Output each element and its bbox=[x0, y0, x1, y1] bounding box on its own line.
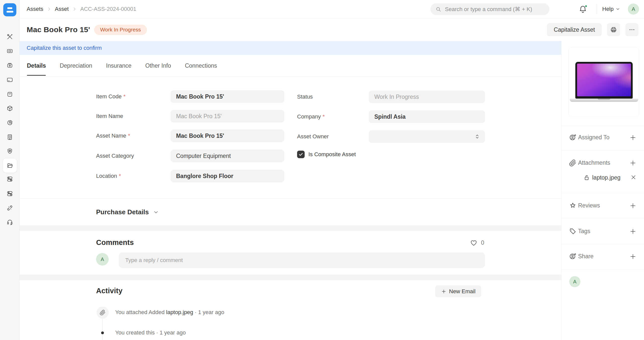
breadcrumb: Assets Asset ACC-ASS-2024-00001 bbox=[27, 0, 136, 18]
purchase-details-title: Purchase Details bbox=[96, 208, 149, 216]
integrations-icon[interactable] bbox=[3, 201, 17, 215]
is-composite-asset-checkbox[interactable] bbox=[297, 151, 305, 158]
unlock-icon[interactable] bbox=[583, 174, 590, 181]
heart-icon bbox=[470, 239, 477, 246]
asset-name-label: Asset Name* bbox=[96, 130, 130, 142]
required-marker: * bbox=[323, 113, 325, 120]
add-assignment-button[interactable] bbox=[629, 133, 637, 142]
shield-check-icon[interactable] bbox=[3, 144, 17, 158]
company-label: Company* bbox=[297, 110, 325, 123]
title-actions: Capitalize Asset bbox=[547, 23, 638, 36]
user-avatar[interactable]: A bbox=[628, 4, 639, 15]
new-email-button[interactable]: New Email bbox=[435, 285, 481, 297]
like-count: 0 bbox=[481, 239, 484, 246]
tools-icon[interactable] bbox=[3, 30, 17, 44]
chevron-right-icon bbox=[47, 7, 51, 11]
item-name-label: Item Name bbox=[96, 110, 123, 122]
purchase-details-section: Purchase Details bbox=[20, 198, 561, 225]
activity-item-attached: You attached Added laptop.jpeg · 1 year … bbox=[115, 309, 224, 316]
toggles-icon[interactable] bbox=[3, 187, 17, 201]
asset-image-card[interactable] bbox=[568, 47, 639, 117]
asset-owner-select[interactable] bbox=[369, 130, 485, 143]
building-icon[interactable] bbox=[3, 130, 17, 144]
tab-insurance[interactable]: Insurance bbox=[106, 55, 132, 76]
required-marker: * bbox=[124, 93, 126, 100]
company-field[interactable]: Spindl Asia bbox=[369, 110, 485, 123]
like-control[interactable]: 0 bbox=[470, 239, 484, 246]
support-headset-icon[interactable] bbox=[3, 215, 17, 229]
toggles-icon[interactable] bbox=[3, 172, 17, 186]
asset-name-field[interactable]: Mac Book Pro 15' bbox=[171, 130, 284, 142]
pie-chart-icon[interactable] bbox=[3, 116, 17, 130]
tab-depreciation[interactable]: Depreciation bbox=[60, 55, 92, 76]
search-icon bbox=[435, 6, 441, 13]
tab-other-info[interactable]: Other Info bbox=[145, 55, 171, 76]
plus-icon bbox=[441, 289, 447, 294]
money-icon[interactable] bbox=[3, 44, 17, 58]
asset-owner-label: Asset Owner bbox=[297, 130, 329, 143]
help-label: Help bbox=[602, 6, 614, 12]
user-plus-icon bbox=[569, 134, 577, 141]
right-sidebar: Assigned To Attachments laptop.jpeg bbox=[561, 41, 644, 340]
timeline-dot bbox=[101, 331, 104, 334]
ellipsis-icon bbox=[628, 26, 635, 33]
item-name-field[interactable]: Mac Book Pro 15' bbox=[171, 110, 284, 122]
divider bbox=[561, 150, 644, 150]
shopping-bag-icon[interactable] bbox=[3, 87, 17, 101]
divider bbox=[561, 126, 644, 126]
tag-icon bbox=[569, 228, 577, 235]
comment-avatar: A bbox=[96, 253, 109, 266]
package-icon[interactable] bbox=[3, 101, 17, 115]
chevron-right-icon bbox=[72, 7, 77, 11]
add-attachment-button[interactable] bbox=[629, 159, 637, 167]
comment-input[interactable] bbox=[119, 257, 485, 264]
capitalize-banner: Capitalize this asset to confirm bbox=[20, 41, 561, 55]
user-plus-icon bbox=[569, 253, 577, 260]
search-input[interactable] bbox=[445, 6, 544, 13]
item-code-field[interactable]: Mac Book Pro 15' bbox=[171, 90, 284, 103]
assets-folder-icon[interactable] bbox=[3, 158, 17, 173]
location-label: Location* bbox=[96, 170, 121, 182]
printer-icon bbox=[610, 26, 617, 33]
attachment-file-name: laptop.jpeg bbox=[166, 309, 193, 315]
tab-connections[interactable]: Connections bbox=[185, 55, 217, 76]
comment-input-box[interactable] bbox=[119, 252, 485, 268]
star-icon bbox=[569, 202, 577, 209]
more-menu-button[interactable] bbox=[625, 23, 638, 36]
breadcrumb-asset[interactable]: Asset bbox=[55, 6, 69, 12]
attachments-label: Attachments bbox=[578, 159, 610, 166]
asset-category-field[interactable]: Computer Equipment bbox=[171, 150, 284, 162]
add-share-button[interactable] bbox=[629, 252, 637, 261]
deposit-box-icon[interactable] bbox=[3, 58, 17, 72]
location-field[interactable]: Banglore Shop Floor bbox=[171, 170, 284, 182]
comments-section: Comments 0 A bbox=[20, 231, 561, 275]
shared-with-avatar[interactable]: A bbox=[569, 276, 580, 287]
is-composite-asset-label: Is Composite Asset bbox=[308, 151, 356, 158]
timeline-line bbox=[102, 319, 103, 340]
timeline-attachment-marker bbox=[97, 307, 109, 319]
status-badge: Work In Progress bbox=[94, 25, 147, 35]
divider bbox=[561, 218, 644, 218]
print-button[interactable] bbox=[607, 23, 620, 36]
divider bbox=[561, 193, 644, 193]
card-icon[interactable] bbox=[3, 73, 17, 87]
breadcrumb-assets[interactable]: Assets bbox=[27, 6, 43, 12]
tab-details[interactable]: Details bbox=[27, 55, 46, 76]
app-logo[interactable] bbox=[3, 3, 16, 16]
remove-attachment-icon[interactable] bbox=[630, 174, 637, 181]
purchase-details-toggle[interactable]: Purchase Details bbox=[96, 199, 159, 226]
left-rail bbox=[0, 0, 20, 340]
add-review-button[interactable] bbox=[629, 201, 637, 210]
paperclip-icon bbox=[100, 310, 106, 316]
select-chevrons-icon bbox=[474, 133, 480, 140]
asset-detail-page: Assets Asset ACC-ASS-2024-00001 Help A M… bbox=[0, 0, 644, 340]
help-menu[interactable]: Help bbox=[602, 0, 620, 18]
activity-item-created: You created this · 1 year ago bbox=[115, 329, 186, 336]
global-search[interactable] bbox=[430, 3, 549, 15]
attachment-file-link[interactable]: laptop.jpeg bbox=[592, 174, 621, 181]
notifications-bell-icon[interactable] bbox=[579, 5, 588, 14]
capitalize-banner-link[interactable]: Capitalize this asset to confirm bbox=[27, 45, 102, 51]
activity-section: Activity New Email You attached Added la… bbox=[20, 280, 561, 340]
capitalize-asset-button[interactable]: Capitalize Asset bbox=[547, 23, 602, 36]
add-tag-button[interactable] bbox=[629, 227, 637, 236]
